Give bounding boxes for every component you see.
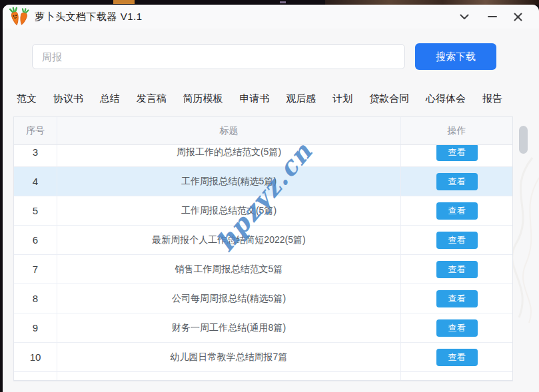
category-shenqingshu[interactable]: 申请书 (239, 93, 269, 105)
row-no: 7 (14, 255, 57, 284)
clipped-row-container: 3 周报工作的总结范文(5篇) 查看 (14, 145, 512, 167)
view-button[interactable]: 查看 (436, 202, 478, 220)
table-row[interactable]: 4 工作周报总结(精选5篇) 查看 (14, 167, 512, 196)
category-zongjie[interactable]: 总结 (100, 93, 120, 105)
category-baogao[interactable]: 报告 (482, 93, 502, 105)
table-row[interactable]: 8 公司每周周报总结(精选5篇) 查看 (14, 284, 512, 313)
results-table: 序号 标题 操作 3 周报工作的总结范文(5篇) 查看 4 工作周报总结(精选5… (13, 116, 513, 381)
app-title: 萝卜头文档下载器 V1.1 (35, 5, 143, 29)
row-title: 销售工作周报总结范文5篇 (57, 255, 401, 284)
row-title: 幼儿园日常教学总结周报7篇 (57, 343, 401, 371)
minimize-icon[interactable] (482, 7, 502, 26)
scrollbar-thumb[interactable] (519, 126, 528, 154)
view-button[interactable]: 查看 (436, 173, 478, 190)
table-row[interactable]: 10 幼儿园日常教学总结周报7篇 查看 (14, 343, 512, 372)
search-input[interactable] (32, 44, 405, 69)
category-bar: 范文 协议书 总结 发言稿 简历模板 申请书 观后感 计划 贷款合同 心得体会 … (17, 89, 502, 108)
desktop-artifact (325, 0, 539, 5)
row-title: 财务一周工作总结(通用8篇) (57, 313, 401, 342)
view-button[interactable]: 查看 (436, 145, 478, 161)
chevron-down-icon[interactable] (454, 7, 474, 26)
view-button[interactable]: 查看 (436, 232, 478, 249)
view-button[interactable]: 查看 (436, 290, 478, 307)
desktop-artifact (280, 1, 286, 3)
view-button[interactable]: 查看 (436, 261, 478, 278)
carrot-icon (8, 7, 31, 27)
table-row[interactable]: 7 销售工作周报总结范文5篇 查看 (14, 255, 512, 284)
row-no: 8 (14, 284, 57, 313)
category-jianlimuban[interactable]: 简历模板 (183, 93, 223, 105)
row-no: 5 (14, 196, 57, 225)
table-header-row: 序号 标题 操作 (14, 117, 512, 145)
row-no: 3 (14, 145, 57, 166)
row-no: 10 (14, 343, 57, 371)
close-icon[interactable] (508, 7, 528, 26)
header-no: 序号 (14, 117, 57, 144)
table-row[interactable]: 9 财务一周工作总结(通用8篇) 查看 (14, 313, 512, 343)
category-guanhougan[interactable]: 观后感 (286, 93, 316, 105)
row-title: 公司每周周报总结(精选5篇) (57, 284, 401, 313)
category-xindetihui[interactable]: 心得体会 (426, 93, 466, 105)
category-xieyishu[interactable]: 协议书 (53, 93, 83, 105)
category-fanwen[interactable]: 范文 (17, 93, 37, 105)
category-jihua[interactable]: 计划 (332, 93, 352, 105)
row-title: 周报工作的总结范文(5篇) (57, 145, 401, 166)
header-action: 操作 (401, 117, 512, 144)
row-title: 工作周报总结(精选5篇) (57, 167, 401, 196)
category-daikuanhetong[interactable]: 贷款合同 (369, 93, 409, 105)
table-row[interactable]: 5 工作周报总结范文(5篇) 查看 (14, 196, 512, 226)
view-button[interactable]: 查看 (436, 349, 478, 366)
header-title: 标题 (57, 117, 401, 144)
row-no: 9 (14, 313, 57, 342)
desktop-artifact (113, 0, 135, 4)
row-no: 6 (14, 226, 57, 254)
category-fayangao[interactable]: 发言稿 (137, 93, 167, 105)
view-button[interactable]: 查看 (436, 319, 478, 337)
row-no: 4 (14, 167, 57, 196)
app-window: 萝卜头文档下载器 V1.1 搜索下载 范文 协议书 总结 发言稿 简历模板 申请… (3, 5, 539, 392)
screen: 萝卜头文档下载器 V1.1 搜索下载 范文 协议书 总结 发言稿 简历模板 申请… (0, 0, 539, 392)
table-row[interactable]: 3 周报工作的总结范文(5篇) 查看 (14, 145, 512, 167)
titlebar: 萝卜头文档下载器 V1.1 (3, 5, 539, 29)
row-title: 工作周报总结范文(5篇) (57, 196, 401, 225)
search-download-button[interactable]: 搜索下载 (415, 43, 496, 70)
table-row[interactable]: 6 最新周报个人工作总结简短2022(5篇) 查看 (14, 226, 512, 255)
row-title: 最新周报个人工作总结简短2022(5篇) (57, 226, 401, 254)
partial-next-row (14, 372, 512, 381)
